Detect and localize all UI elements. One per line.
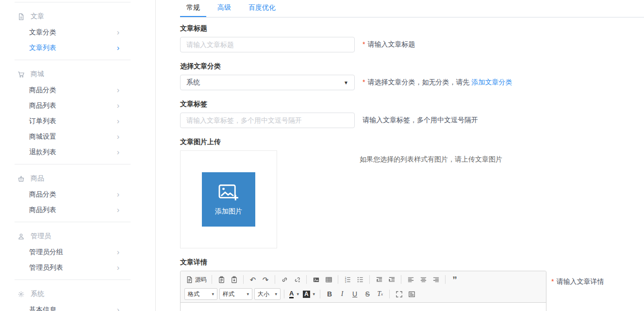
chevron-right-icon: › bbox=[117, 191, 119, 198]
article-image-hint: 如果您选择的列表样式有图片，请上传文章图片 bbox=[360, 155, 502, 164]
add-image-label: 添加图片 bbox=[215, 207, 242, 216]
sidebar-section-mall-header: 商城 bbox=[0, 66, 155, 82]
sidebar-section-admin: 管理员 管理员分组 › 管理员列表 › bbox=[0, 222, 155, 279]
paste-from-word-button[interactable] bbox=[228, 274, 240, 285]
sidebar-item-goods-category[interactable]: 商品分类 › bbox=[0, 82, 155, 98]
align-left-button[interactable] bbox=[405, 274, 416, 285]
image-upload-area[interactable]: 添加图片 bbox=[180, 150, 277, 248]
sidebar-item-product-category[interactable]: 商品分类 › bbox=[0, 187, 155, 202]
bold-button[interactable]: B bbox=[324, 288, 335, 300]
toolbar-separator bbox=[389, 290, 390, 298]
sidebar-section-label: 文章 bbox=[31, 12, 44, 21]
sidebar-item-basic-info[interactable]: 基本信息 › bbox=[0, 302, 155, 311]
add-image-button[interactable]: 添加图片 bbox=[202, 172, 255, 227]
text-color-button[interactable]: A ▾ bbox=[288, 288, 300, 300]
article-title-hint: *请输入文章标题 bbox=[363, 40, 415, 49]
required-asterisk: * bbox=[551, 278, 554, 285]
insert-table-button[interactable] bbox=[323, 274, 334, 285]
chevron-right-icon: › bbox=[117, 86, 119, 94]
format-dropdown[interactable]: 格式 ▾ bbox=[184, 288, 217, 300]
article-category-label: 选择文章分类 bbox=[180, 61, 644, 71]
editor-toolbar: 源码 ↶ ↷ bbox=[181, 271, 546, 303]
category-select-value: 系统 bbox=[186, 78, 200, 87]
article-title-label: 文章标题 bbox=[180, 23, 644, 33]
tab-advanced[interactable]: 高级 bbox=[211, 0, 237, 17]
tab-general[interactable]: 常规 bbox=[180, 0, 206, 17]
chevron-right-icon: › bbox=[117, 306, 119, 311]
ordered-list-button[interactable]: 123 bbox=[342, 274, 353, 285]
sidebar-section-system: 系统 基本信息 › bbox=[0, 280, 155, 311]
toolbar-separator bbox=[401, 275, 401, 284]
sidebar-section-product: 商品 商品分类 › 商品列表 › bbox=[0, 164, 155, 222]
link-button[interactable] bbox=[279, 274, 290, 285]
sidebar-item-admin-group[interactable]: 管理员分组 › bbox=[0, 245, 155, 260]
toolbar-separator bbox=[338, 275, 338, 284]
svg-text:3: 3 bbox=[345, 280, 346, 283]
blockquote-button[interactable]: ” bbox=[449, 274, 461, 285]
paste-button[interactable] bbox=[215, 274, 227, 285]
select-arrow-icon: ▼ bbox=[344, 80, 348, 85]
sidebar-section-article: 文章 文章分类 › 文章列表 › bbox=[0, 2, 155, 60]
article-tags-label: 文章标签 bbox=[180, 99, 644, 109]
outdent-button[interactable] bbox=[373, 274, 385, 285]
indent-button[interactable] bbox=[386, 274, 397, 285]
unlink-button[interactable] bbox=[291, 274, 303, 285]
toolbar-separator bbox=[369, 275, 370, 284]
sidebar-section-product-header: 商品 bbox=[0, 170, 155, 187]
style-dropdown[interactable]: 样式 ▾ bbox=[219, 288, 252, 300]
article-form: 文章标题 *请输入文章标题 选择文章分类 系统 ▼ *请选择文章分类，如无分类，… bbox=[180, 23, 644, 311]
redo-button[interactable]: ↷ bbox=[260, 274, 271, 285]
source-code-button[interactable]: 源码 bbox=[184, 274, 208, 285]
size-dropdown[interactable]: 大小 ▾ bbox=[254, 288, 281, 300]
tab-baidu-seo[interactable]: 百度优化 bbox=[242, 0, 282, 17]
chevron-right-icon: › bbox=[117, 117, 119, 125]
toolbar-separator bbox=[275, 275, 275, 284]
background-color-button[interactable]: A ▾ bbox=[301, 288, 316, 300]
chevron-right-icon: › bbox=[117, 133, 119, 141]
sidebar-section-admin-header: 管理员 bbox=[0, 228, 155, 245]
editor-content-area[interactable] bbox=[181, 303, 546, 311]
sidebar-section-label: 商城 bbox=[31, 70, 44, 79]
sidebar-section-label: 管理员 bbox=[31, 232, 51, 241]
align-right-button[interactable] bbox=[430, 274, 442, 285]
sidebar-item-article-category[interactable]: 文章分类 › bbox=[0, 25, 155, 40]
toolbar-separator bbox=[212, 275, 212, 284]
gear-icon bbox=[17, 291, 25, 298]
caret-down-icon: ▾ bbox=[212, 292, 214, 296]
chevron-right-icon: › bbox=[117, 206, 119, 214]
sidebar-item-admin-list[interactable]: 管理员列表 › bbox=[0, 260, 155, 276]
sidebar-section-label: 商品 bbox=[31, 174, 44, 183]
align-center-button[interactable] bbox=[417, 274, 429, 285]
italic-button[interactable]: I bbox=[336, 288, 348, 300]
toolbar-separator bbox=[284, 290, 284, 298]
maximize-button[interactable] bbox=[393, 288, 405, 300]
add-category-link[interactable]: 添加文章分类 bbox=[471, 78, 512, 86]
strikethrough-button[interactable]: S bbox=[362, 288, 373, 300]
article-title-input[interactable] bbox=[180, 37, 355, 52]
bulleted-list-button[interactable] bbox=[354, 274, 366, 285]
sidebar-item-article-list[interactable]: 文章列表 › bbox=[0, 40, 155, 56]
sidebar-item-product-list[interactable]: 商品列表 › bbox=[0, 202, 155, 218]
chevron-right-icon: › bbox=[117, 248, 119, 256]
remove-format-button[interactable]: Tx bbox=[374, 288, 386, 300]
image-plus-icon bbox=[217, 183, 240, 203]
article-category-hint: *请选择文章分类，如无分类，请先添加文章分类 bbox=[363, 78, 512, 87]
article-image-label: 文章图片上传 bbox=[180, 137, 644, 147]
article-tags-input[interactable] bbox=[180, 113, 355, 128]
sidebar-item-order-list[interactable]: 订单列表 › bbox=[0, 114, 155, 129]
caret-down-icon: ▾ bbox=[297, 292, 299, 296]
category-select[interactable]: 系统 ▼ bbox=[180, 75, 355, 90]
undo-button[interactable]: ↶ bbox=[247, 274, 259, 285]
chevron-right-icon: › bbox=[117, 29, 119, 36]
tab-bar: 常规 高级 百度优化 bbox=[180, 0, 644, 17]
toolbar-separator bbox=[445, 275, 446, 284]
sidebar-item-refund-list[interactable]: 退款列表 › bbox=[0, 145, 155, 160]
sidebar-item-mall-settings[interactable]: 商城设置 › bbox=[0, 129, 155, 145]
sidebar-item-goods-list[interactable]: 商品列表 › bbox=[0, 98, 155, 114]
caret-down-icon: ▾ bbox=[313, 292, 315, 296]
underline-button[interactable]: U bbox=[349, 288, 361, 300]
sidebar-section-mall: 商城 商品分类 › 商品列表 › 订单列表 › 商城设置 › 退款列表 › bbox=[0, 60, 155, 164]
show-blocks-button[interactable] bbox=[406, 288, 417, 300]
insert-image-button[interactable] bbox=[310, 274, 322, 285]
cart-icon bbox=[17, 71, 25, 78]
